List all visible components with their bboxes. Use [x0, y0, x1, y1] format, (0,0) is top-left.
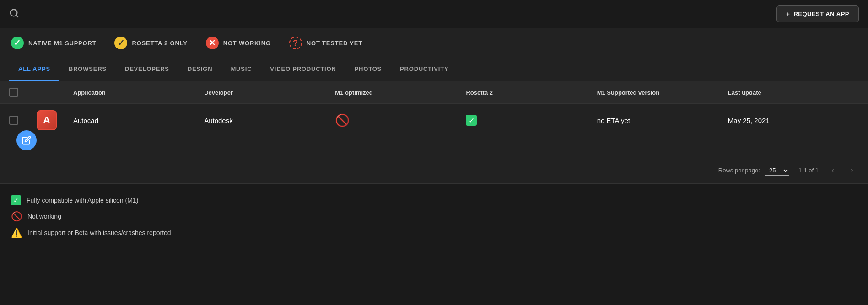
rosetta2-label: ROSETTA 2 ONLY — [132, 40, 187, 47]
last-update-value: May 25, 2021 — [728, 117, 859, 124]
tab-all-apps[interactable]: ALL APPS — [9, 58, 59, 81]
rosetta2-value: ✓ — [466, 115, 597, 126]
rosetta2-column-header: Rosetta 2 — [466, 89, 597, 96]
tab-photos[interactable]: PHOTOS — [345, 58, 391, 81]
search-icon — [9, 8, 19, 20]
next-page-button[interactable]: › — [847, 164, 857, 177]
tab-music[interactable]: MUSIC — [221, 58, 261, 81]
edit-icon — [22, 136, 31, 145]
not-tested-icon: ? — [289, 37, 302, 49]
pagination: Rows per page: 10 25 50 100 1-1 of 1 ‹ › — [0, 157, 868, 184]
tab-video-production[interactable]: VIDEO PRODUCTION — [261, 58, 345, 81]
legend-check-icon: ✓ — [11, 195, 21, 205]
tab-design[interactable]: DESIGN — [178, 58, 222, 81]
legend-compatible-text: Fully compatible with Apple silicon (M1) — [27, 197, 138, 204]
native-m1-label: NATIVE M1 SUPPORT — [28, 40, 96, 47]
not-working-label: NOT WORKING — [223, 40, 271, 47]
status-native-m1: ✓ NATIVE M1 SUPPORT — [11, 37, 96, 49]
tab-developers[interactable]: DEVELOPERS — [116, 58, 178, 81]
tabs-bar: ALL APPS BROWSERS DEVELOPERS DESIGN MUSI… — [0, 58, 868, 81]
status-bar: ✓ NATIVE M1 SUPPORT ✓ ROSETTA 2 ONLY ✕ N… — [0, 28, 868, 58]
contribute-button[interactable] — [16, 130, 37, 150]
m1-optimized-column-header: M1 optimized — [335, 89, 466, 96]
search-input-wrapper: AutoCAD — [9, 8, 558, 20]
developer-name: Autodesk — [204, 117, 335, 124]
page-info: 1-1 of 1 — [798, 167, 819, 174]
m1-version-value: no ETA yet — [597, 117, 728, 124]
prev-page-button[interactable]: ‹ — [828, 164, 838, 177]
row-checkbox[interactable] — [9, 116, 18, 125]
legend-item-beta: ⚠️ Initial support or Beta with issues/c… — [11, 227, 857, 238]
legend-item-compatible: ✓ Fully compatible with Apple silicon (M… — [11, 195, 857, 205]
app-icon-inner: A — [38, 111, 56, 129]
status-not-working: ✕ NOT WORKING — [206, 37, 271, 49]
search-bar: AutoCAD + REQUEST AN APP — [0, 0, 868, 28]
application-column-header: Application — [73, 89, 204, 96]
app-icon: A — [37, 110, 57, 130]
legend-item-not-working: 🚫 Not working — [11, 211, 857, 222]
status-not-tested: ? NOT TESTED YET — [289, 37, 362, 49]
app-icon-letter: A — [43, 114, 50, 126]
not-working-icon: ✕ — [206, 37, 219, 49]
legend-warning-icon: ⚠️ — [11, 227, 22, 238]
search-input[interactable]: AutoCAD — [24, 9, 558, 19]
developer-column-header: Developer — [204, 89, 335, 96]
table-row: A Autocad Autodesk 🚫 ✓ no ETA yet May 25… — [0, 104, 868, 157]
status-rosetta2: ✓ ROSETTA 2 ONLY — [114, 37, 187, 49]
tab-productivity[interactable]: PRODUCTIVITY — [391, 58, 458, 81]
m1-optimized-value: 🚫 — [335, 113, 466, 128]
legend-not-working-text: Not working — [27, 213, 61, 220]
rosetta2-icon: ✓ — [114, 37, 127, 49]
request-app-button[interactable]: + REQUEST AN APP — [776, 5, 859, 22]
native-m1-icon: ✓ — [11, 37, 24, 49]
app-name: Autocad — [73, 117, 204, 124]
select-all-checkbox[interactable] — [9, 88, 18, 97]
no-symbol-icon: 🚫 — [335, 113, 350, 127]
contribute-cell — [9, 130, 37, 150]
legend-no-symbol-icon: 🚫 — [11, 211, 22, 222]
rows-per-page-label: Rows per page: — [718, 167, 760, 174]
not-tested-label: NOT TESTED YET — [307, 40, 362, 47]
check-symbol-icon: ✓ — [466, 115, 477, 126]
request-app-label: REQUEST AN APP — [793, 11, 849, 17]
legend-beta-text: Initial support or Beta with issues/cras… — [27, 229, 171, 236]
svg-line-1 — [16, 15, 18, 17]
table-container: Application Developer M1 optimized Roset… — [0, 81, 868, 184]
rows-per-page-select[interactable]: 10 25 50 100 — [765, 166, 789, 176]
plus-icon: + — [786, 11, 790, 17]
rows-per-page: Rows per page: 10 25 50 100 — [718, 166, 789, 176]
legend: ✓ Fully compatible with Apple silicon (M… — [0, 184, 868, 249]
last-update-column-header: Last update — [728, 89, 859, 96]
m1-version-column-header: M1 Supported version — [597, 89, 728, 96]
table-header: Application Developer M1 optimized Roset… — [0, 81, 868, 104]
tab-browsers[interactable]: BROWSERS — [59, 58, 116, 81]
